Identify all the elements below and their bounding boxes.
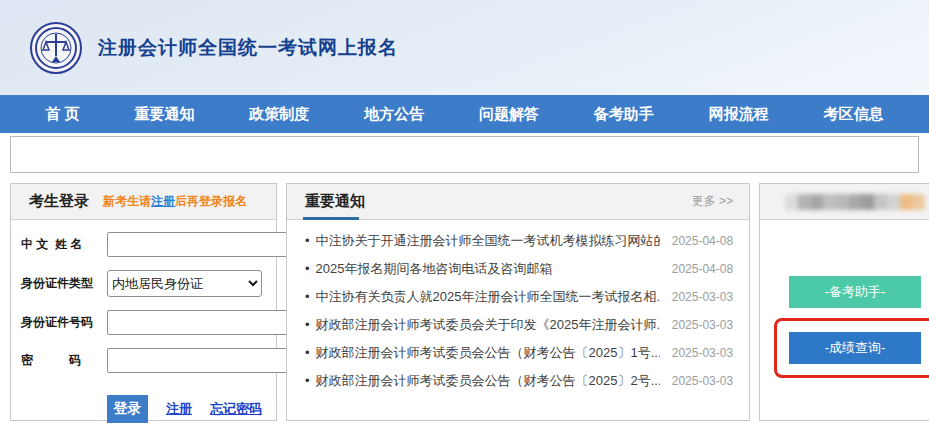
name-row: 中 文 姓 名 xyxy=(21,232,262,257)
forgot-password-link[interactable]: 忘记密码 xyxy=(210,400,262,418)
score-query-button[interactable]: -成绩查询- xyxy=(789,332,921,364)
nav-item-exam-area-info[interactable]: 考区信息 xyxy=(824,105,884,124)
id-number-label: 身份证件号码 xyxy=(21,314,107,331)
bullet-icon: • xyxy=(305,233,310,248)
notice-item[interactable]: • 中注协关于开通注册会计师全国统一考试机考模拟练习网站的公... 2025-0… xyxy=(305,232,733,260)
notice-item[interactable]: • 财政部注册会计师考试委员会公告（财考公告〔2025〕2号... 2025-0… xyxy=(305,372,733,400)
notice-list: • 中注协关于开通注册会计师全国统一考试机考模拟练习网站的公... 2025-0… xyxy=(287,220,749,400)
page-title: 注册会计师全国统一考试网上报名 xyxy=(98,35,398,61)
login-subtitle: 新考生请注册后再登录报名 xyxy=(103,193,247,210)
nav-item-exam-prep[interactable]: 备考助手 xyxy=(594,105,654,124)
id-type-select[interactable]: 内地居民身份证 xyxy=(107,270,262,297)
notice-date: 2025-03-03 xyxy=(672,374,733,388)
notice-date: 2025-04-08 xyxy=(672,262,733,276)
login-title: 考生登录 xyxy=(29,192,89,211)
nav-item-local-announcements[interactable]: 地方公告 xyxy=(364,105,424,124)
announcement-strip xyxy=(10,136,919,173)
notice-item[interactable]: • 财政部注册会计师考试委员会公告（财考公告〔2025〕1号... 2025-0… xyxy=(305,344,733,372)
id-number-row: 身份证件号码 xyxy=(21,310,262,335)
bullet-icon: • xyxy=(305,345,310,360)
bullet-icon: • xyxy=(305,317,310,332)
name-input[interactable] xyxy=(107,232,295,257)
id-number-input[interactable] xyxy=(107,310,295,335)
notice-text[interactable]: 2025年报名期间各地咨询电话及咨询邮箱 xyxy=(316,260,660,278)
blurred-title-image xyxy=(785,194,925,210)
bullet-icon: • xyxy=(305,261,310,276)
notice-date: 2025-04-08 xyxy=(672,234,733,248)
notice-text[interactable]: 财政部注册会计师考试委员会关于印发《2025年注册会计师... xyxy=(316,316,660,334)
quick-actions-body: -备考助手- -成绩查询- xyxy=(760,220,929,378)
cicpa-seal-icon xyxy=(30,22,82,74)
login-subtitle-prefix: 新考生请 xyxy=(103,194,151,208)
id-type-row: 身份证件类型 内地居民身份证 xyxy=(21,270,262,297)
main-content: 考生登录 新考生请注册后再登录报名 中 文 姓 名 身份证件类型 内地居民身份证… xyxy=(0,173,929,421)
register-inline-link[interactable]: 注册 xyxy=(151,194,175,208)
exam-prep-button[interactable]: -备考助手- xyxy=(789,276,921,308)
register-link[interactable]: 注册 xyxy=(166,400,192,418)
login-actions: 登录 注册 忘记密码 xyxy=(107,395,262,423)
nav-item-policy[interactable]: 政策制度 xyxy=(249,105,309,124)
page-header: 注册会计师全国统一考试网上报名 xyxy=(0,0,929,95)
id-type-label: 身份证件类型 xyxy=(21,275,107,292)
notice-item[interactable]: • 财政部注册会计师考试委员会关于印发《2025年注册会计师... 2025-0… xyxy=(305,316,733,344)
more-notices-link[interactable]: 更多 >> xyxy=(692,193,733,210)
password-row: 密 码 xyxy=(21,348,262,373)
notice-text[interactable]: 中注协关于开通注册会计师全国统一考试机考模拟练习网站的公... xyxy=(316,232,660,250)
nav-item-faq[interactable]: 问题解答 xyxy=(479,105,539,124)
login-form: 中 文 姓 名 身份证件类型 内地居民身份证 身份证件号码 密 码 登录 注册 xyxy=(11,220,276,423)
notice-text[interactable]: 财政部注册会计师考试委员会公告（财考公告〔2025〕1号... xyxy=(316,344,660,362)
notice-text[interactable]: 中注协有关负责人就2025年注册会计师全国统一考试报名相... xyxy=(316,288,660,306)
nav-item-notices[interactable]: 重要通知 xyxy=(134,105,194,124)
login-panel-header: 考生登录 新考生请注册后再登录报名 xyxy=(11,184,276,220)
notice-item[interactable]: • 2025年报名期间各地咨询电话及咨询邮箱 2025-04-08 xyxy=(305,260,733,288)
nav-item-registration-flow[interactable]: 网报流程 xyxy=(709,105,769,124)
notice-item[interactable]: • 中注协有关负责人就2025年注册会计师全国统一考试报名相... 2025-0… xyxy=(305,288,733,316)
notice-text[interactable]: 财政部注册会计师考试委员会公告（财考公告〔2025〕2号... xyxy=(316,372,660,390)
login-panel: 考生登录 新考生请注册后再登录报名 中 文 姓 名 身份证件类型 内地居民身份证… xyxy=(10,183,277,421)
notices-title: 重要通知 xyxy=(305,192,365,211)
highlight-box: -成绩查询- xyxy=(774,318,929,378)
main-nav: 首 页 重要通知 政策制度 地方公告 问题解答 备考助手 网报流程 考区信息 xyxy=(0,95,929,133)
bullet-icon: • xyxy=(305,373,310,388)
nav-item-home[interactable]: 首 页 xyxy=(45,105,79,124)
password-label: 密 码 xyxy=(21,352,107,369)
notice-date: 2025-03-03 xyxy=(672,290,733,304)
notice-date: 2025-03-03 xyxy=(672,346,733,360)
login-subtitle-suffix: 后再登录报名 xyxy=(175,194,247,208)
password-input[interactable] xyxy=(107,348,295,373)
notices-title-underline xyxy=(303,217,359,220)
notices-panel: 重要通知 更多 >> • 中注协关于开通注册会计师全国统一考试机考模拟练习网站的… xyxy=(286,183,750,421)
quick-actions-header xyxy=(760,184,929,220)
login-button[interactable]: 登录 xyxy=(107,395,148,423)
name-label: 中 文 姓 名 xyxy=(21,236,107,253)
quick-actions-panel: -备考助手- -成绩查询- xyxy=(759,183,929,421)
bullet-icon: • xyxy=(305,289,310,304)
notice-date: 2025-03-03 xyxy=(672,318,733,332)
notices-panel-header: 重要通知 更多 >> xyxy=(287,184,749,220)
